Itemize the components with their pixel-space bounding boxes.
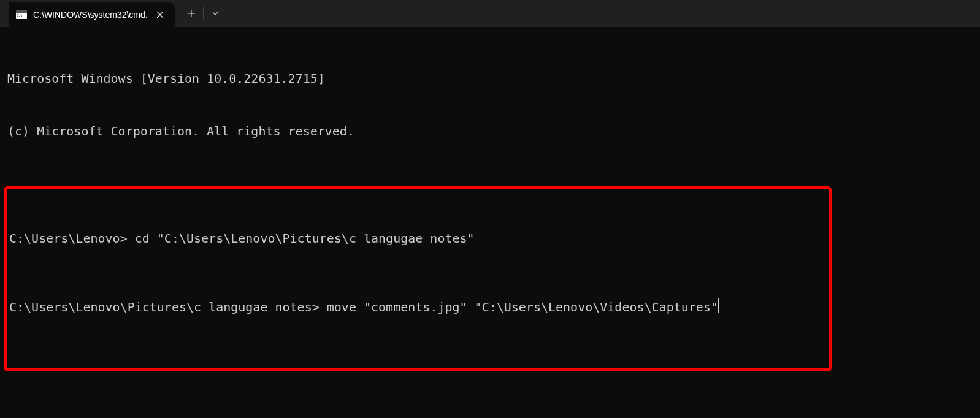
- tab-dropdown-button[interactable]: [204, 0, 227, 27]
- chevron-down-icon: [212, 10, 219, 17]
- titlebar: C:\WINDOWS\system32\cmd.: [0, 0, 980, 27]
- version-line: Microsoft Windows [Version 10.0.22631.27…: [7, 70, 973, 87]
- active-tab[interactable]: C:\WINDOWS\system32\cmd.: [9, 2, 175, 27]
- cmd-icon: [16, 10, 27, 19]
- text-cursor: [718, 298, 719, 313]
- prompt-2: C:\Users\Lenovo\Pictures\c langugae note…: [9, 298, 327, 316]
- command-1: cd "C:\Users\Lenovo\Pictures\c langugae …: [135, 230, 475, 247]
- tab-actions: [180, 0, 227, 27]
- close-tab-button[interactable]: [154, 9, 166, 21]
- command-line-1: C:\Users\Lenovo> cd "C:\Users\Lenovo\Pic…: [9, 230, 826, 247]
- command-line-2: C:\Users\Lenovo\Pictures\c langugae note…: [9, 298, 826, 316]
- plus-icon: [187, 9, 196, 18]
- command-2: move "comments.jpg" "C:\Users\Lenovo\Vid…: [327, 298, 718, 316]
- copyright-line: (c) Microsoft Corporation. All rights re…: [7, 123, 973, 140]
- highlight-annotation: C:\Users\Lenovo> cd "C:\Users\Lenovo\Pic…: [4, 186, 832, 371]
- prompt-1: C:\Users\Lenovo>: [9, 230, 135, 247]
- close-icon: [156, 11, 164, 18]
- tab-title: C:\WINDOWS\system32\cmd.: [33, 10, 148, 20]
- terminal-output[interactable]: Microsoft Windows [Version 10.0.22631.27…: [0, 27, 980, 397]
- new-tab-button[interactable]: [180, 0, 203, 27]
